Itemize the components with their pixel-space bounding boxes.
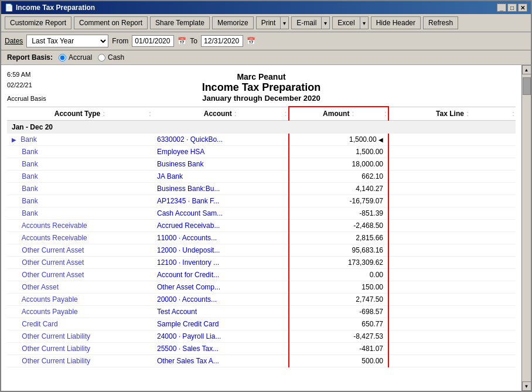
cell-taxline[interactable] — [388, 220, 516, 232]
email-dropdown-arrow[interactable]: ▾ — [321, 17, 329, 29]
from-calendar-icon[interactable]: 📅 — [178, 37, 186, 45]
scrollbar: ▲ ▼ — [521, 65, 531, 391]
cell-amount: -851.39 — [289, 207, 389, 220]
cell-taxline[interactable] — [388, 257, 516, 269]
report-date: 02/22/21 — [7, 80, 46, 91]
cell-taxline[interactable] — [388, 330, 516, 343]
hide-header-button[interactable]: Hide Header — [371, 16, 421, 29]
scroll-up-button[interactable]: ▲ — [522, 65, 531, 74]
cell-account[interactable]: 24000 · Payroll Lia... — [152, 330, 289, 343]
maximize-button[interactable]: □ — [507, 4, 517, 12]
table-row[interactable]: Bank JA Bank 662.10 — [7, 171, 516, 183]
group-row-jan-dec: Jan - Dec 20 — [7, 121, 516, 134]
to-date-input[interactable] — [201, 35, 243, 47]
table-row[interactable]: Other Current Liability 24000 · Payroll … — [7, 330, 516, 343]
table-row[interactable]: Bank AP12345 · Bank F... -16,759.07 — [7, 195, 516, 207]
table-row[interactable]: ▶ Bank 6330002 · QuickBo... 1,500.00 ◀ — [7, 134, 516, 146]
table-row[interactable]: Bank Employee HSA 1,500.00 — [7, 146, 516, 158]
customize-report-button[interactable]: Customize Report — [5, 16, 71, 29]
accrual-radio[interactable] — [59, 54, 66, 62]
cell-account[interactable]: Test Account — [152, 306, 289, 318]
table-row[interactable]: Accounts Payable Test Account -698.57 — [7, 306, 516, 318]
cell-account[interactable]: 12100 · Inventory ... — [152, 257, 289, 269]
cell-taxline[interactable] — [388, 158, 516, 171]
cell-account[interactable]: 11000 · Accounts... — [152, 232, 289, 244]
report-basis: Accrual Basis — [7, 94, 46, 104]
table-row[interactable]: Accounts Receivable 11000 · Accounts... … — [7, 232, 516, 244]
close-button[interactable]: ✕ — [518, 4, 527, 12]
cell-taxline[interactable] — [388, 281, 516, 294]
cell-taxline[interactable] — [388, 355, 516, 367]
cell-taxline[interactable] — [388, 183, 516, 195]
excel-dropdown-arrow[interactable]: ▾ — [360, 17, 368, 29]
window-icon: 📄 — [5, 4, 13, 12]
cash-label[interactable]: Cash — [108, 53, 124, 62]
cell-account[interactable]: Account for Credit... — [152, 269, 289, 281]
cell-taxline[interactable] — [388, 146, 516, 158]
print-button-group: Print ▾ — [256, 16, 289, 29]
report-header: Marc Peanut Income Tax Preparation Janua… — [1, 65, 521, 106]
cell-account[interactable]: Employee HSA — [152, 146, 289, 158]
cell-account[interactable]: 25500 · Sales Tax... — [152, 343, 289, 355]
cell-account[interactable]: Sample Credit Card — [152, 318, 289, 330]
minimize-button[interactable]: _ — [497, 4, 506, 12]
table-row[interactable]: Accounts Payable 20000 · Accounts... 2,7… — [7, 294, 516, 306]
table-row[interactable]: Other Current Asset Account for Credit..… — [7, 269, 516, 281]
cash-radio[interactable] — [98, 54, 105, 62]
cell-taxline[interactable] — [388, 195, 516, 207]
cell-account[interactable]: Cash Account Sam... — [152, 207, 289, 220]
cell-taxline[interactable] — [388, 343, 516, 355]
table-row[interactable]: Other Current Liability Other Sales Tax … — [7, 355, 516, 367]
cell-amount: 2,747.50 — [289, 294, 389, 306]
table-row[interactable]: Bank Business Bank:Bu... 4,140.27 — [7, 183, 516, 195]
cell-taxline[interactable] — [388, 171, 516, 183]
cell-taxline[interactable] — [388, 294, 516, 306]
print-button[interactable]: Print — [257, 17, 281, 29]
cell-amount: 95,683.16 — [289, 244, 389, 257]
cell-account[interactable]: Other Sales Tax A... — [152, 355, 289, 367]
print-dropdown-arrow[interactable]: ▾ — [280, 17, 288, 29]
table-row[interactable]: Credit Card Sample Credit Card 650.77 — [7, 318, 516, 330]
cell-taxline[interactable] — [388, 318, 516, 330]
to-calendar-icon[interactable]: 📅 — [247, 37, 255, 45]
scroll-down-button[interactable]: ▼ — [522, 381, 531, 391]
cell-account-type: Accounts Payable — [7, 294, 152, 306]
cell-taxline[interactable] — [388, 134, 516, 146]
cell-account[interactable]: Other Asset Comp... — [152, 281, 289, 294]
scroll-thumb[interactable] — [523, 77, 531, 95]
cell-taxline[interactable] — [388, 306, 516, 318]
cell-account[interactable]: JA Bank — [152, 171, 289, 183]
table-row[interactable]: Accounts Receivable Accrued Receivab... … — [7, 220, 516, 232]
cell-account[interactable]: Business Bank:Bu... — [152, 183, 289, 195]
cell-taxline[interactable] — [388, 269, 516, 281]
memorize-button[interactable]: Memorize — [212, 16, 254, 29]
period-select[interactable]: Last Tax Year — [26, 35, 108, 47]
table-row[interactable]: Other Current Liability 25500 · Sales Ta… — [7, 343, 516, 355]
cell-account[interactable]: 20000 · Accounts... — [152, 294, 289, 306]
cell-account-type: Bank — [7, 183, 152, 195]
email-button[interactable]: E-mail — [292, 17, 321, 29]
cell-account[interactable]: Business Bank — [152, 158, 289, 171]
cell-taxline[interactable] — [388, 232, 516, 244]
expand-arrow[interactable]: ▶ — [12, 137, 16, 143]
cell-account[interactable]: AP12345 · Bank F... — [152, 195, 289, 207]
table-row[interactable]: Bank Business Bank 18,000.00 — [7, 158, 516, 171]
table-row[interactable]: Other Current Asset 12000 · Undeposit...… — [7, 244, 516, 257]
cell-taxline[interactable] — [388, 244, 516, 257]
cell-account[interactable]: 6330002 · QuickBo... — [152, 134, 289, 146]
accrual-label[interactable]: Accrual — [69, 53, 92, 62]
cell-account[interactable]: 12000 · Undeposit... — [152, 244, 289, 257]
cell-account-type: Other Asset — [7, 281, 152, 294]
share-template-button[interactable]: Share Template — [150, 16, 210, 29]
table-row[interactable]: Other Asset Other Asset Comp... 150.00 — [7, 281, 516, 294]
report-time: 6:59 AM — [7, 70, 46, 80]
from-date-input[interactable] — [132, 35, 174, 47]
cell-account[interactable]: Accrued Receivab... — [152, 220, 289, 232]
comment-on-report-button[interactable]: Comment on Report — [74, 16, 148, 29]
refresh-button[interactable]: Refresh — [423, 16, 458, 29]
table-row[interactable]: Other Current Asset 12100 · Inventory ..… — [7, 257, 516, 269]
table-row[interactable]: Bank Cash Account Sam... -851.39 — [7, 207, 516, 220]
cell-taxline[interactable] — [388, 207, 516, 220]
cell-account-type: Other Current Liability — [7, 355, 152, 367]
excel-button[interactable]: Excel — [333, 17, 359, 29]
